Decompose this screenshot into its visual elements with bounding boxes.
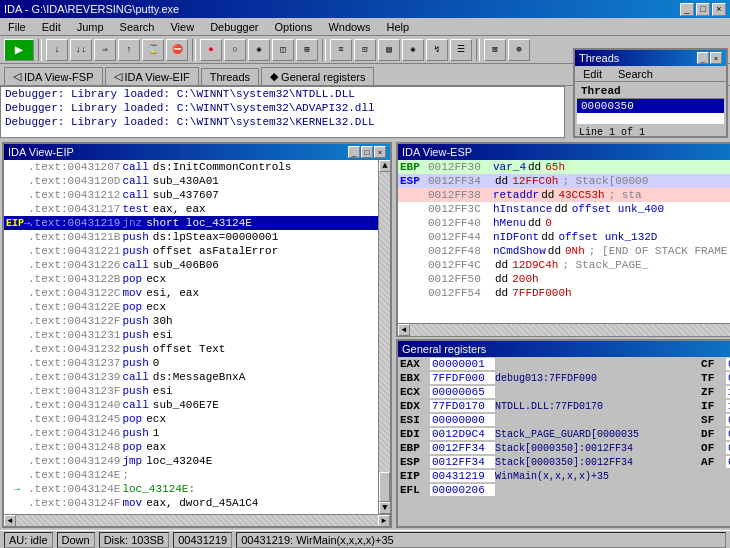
code-line-16: .text:0043123F push esi bbox=[4, 384, 378, 398]
eip-title: IDA View-EIP bbox=[8, 146, 74, 158]
eip-scrollbar[interactable]: ▲ ▼ bbox=[378, 160, 390, 514]
toolbar-step5[interactable]: ⌛ bbox=[142, 39, 164, 61]
status-addr: 00431219 bbox=[173, 532, 232, 548]
eip-panel-body: .text:00431207 call ds:InitCommonControl… bbox=[4, 160, 390, 526]
app-title: IDA - G:\IDA\REVERSING\putty.exe bbox=[4, 3, 179, 15]
code-line-14: .text:00431237 push 0 bbox=[4, 356, 378, 370]
tab-threads[interactable]: Threads bbox=[201, 68, 259, 85]
code-line-9: .text:0043122C mov esi, eax bbox=[4, 286, 378, 300]
toolbar-bp5[interactable]: ⊞ bbox=[296, 39, 318, 61]
menu-file[interactable]: File bbox=[4, 20, 30, 34]
tab-eif-icon: ◁ bbox=[114, 70, 122, 83]
esp-marker: ESP bbox=[400, 175, 428, 187]
menu-wndows[interactable]: Wndows bbox=[324, 20, 374, 34]
esp-line-4: 0012FF40 hMenu dd 0 bbox=[398, 216, 730, 230]
code-line-19: .text:00431246 push 1 bbox=[4, 426, 378, 440]
toolbar-sep-3 bbox=[322, 39, 326, 61]
flag-zf: ZF 1 bbox=[699, 385, 730, 399]
code-line-8: .text:0043122B pop ecx bbox=[4, 272, 378, 286]
toolbar-misc2[interactable]: ⊡ bbox=[354, 39, 376, 61]
minimize-button[interactable]: _ bbox=[680, 3, 694, 16]
toolbar-bp3[interactable]: ◈ bbox=[248, 39, 270, 61]
menu-view[interactable]: View bbox=[166, 20, 198, 34]
toolbar-step4[interactable]: ↑ bbox=[118, 39, 140, 61]
ida-view-eip-panel: IDA View-EIP _ □ × .text:00431207 call d… bbox=[2, 142, 392, 528]
tab-gr-icon: ◆ bbox=[270, 70, 278, 83]
toolbar-misc5[interactable]: ↯ bbox=[426, 39, 448, 61]
eip-scroll-thumb[interactable] bbox=[379, 472, 390, 502]
toolbar-misc1[interactable]: ≡ bbox=[330, 39, 352, 61]
right-panels: IDA View-ESP _ □ × EBP 0012FF30 var_4 dd… bbox=[396, 142, 730, 528]
menu-debugger[interactable]: Debugger bbox=[206, 20, 262, 34]
menu-edit[interactable]: Edit bbox=[38, 20, 65, 34]
tab-general-registers[interactable]: ◆ General registers bbox=[261, 67, 374, 85]
esp-line-esp: ESP 0012FF34 dd 12FFC0h ; Stack[00000 bbox=[398, 174, 730, 188]
eip-scroll-track bbox=[379, 172, 390, 472]
toolbar-play[interactable]: ▶ bbox=[4, 39, 34, 61]
esp-h-scrollbar[interactable]: ◄ ► bbox=[398, 323, 730, 335]
flag-af: AF 0 bbox=[699, 455, 730, 469]
toolbar-extra2[interactable]: ⊛ bbox=[508, 39, 530, 61]
threads-title: Threads bbox=[579, 52, 619, 64]
menu-search[interactable]: Search bbox=[116, 20, 159, 34]
eip-h-scrollbar[interactable]: ◄ ► bbox=[4, 514, 390, 526]
reg-edx: EDX 77FD0170 NTDLL.DLL:77FD0170 bbox=[398, 399, 697, 413]
toolbar-extra1[interactable]: ⊠ bbox=[484, 39, 506, 61]
toolbar-misc3[interactable]: ▤ bbox=[378, 39, 400, 61]
title-bar-buttons: _ □ × bbox=[680, 3, 726, 16]
toolbar-sep-2 bbox=[192, 39, 196, 61]
status-direction: Down bbox=[57, 532, 95, 548]
toolbar-misc4[interactable]: ◈ bbox=[402, 39, 424, 61]
toolbar-step1[interactable]: ↓ bbox=[46, 39, 68, 61]
esp-line-6: 0012FF48 nCmdShow dd 0Nh ; [END OF STACK… bbox=[398, 244, 730, 258]
threads-menu-edit[interactable]: Edit bbox=[579, 67, 606, 81]
eip-scroll-down[interactable]: ▼ bbox=[379, 502, 390, 514]
esp-line-9: 0012FF54 dd 7FFDF000h bbox=[398, 286, 730, 300]
menu-jump[interactable]: Jump bbox=[73, 20, 108, 34]
flag-sf: SF 0 bbox=[699, 413, 730, 427]
title-bar: IDA - G:\IDA\REVERSING\putty.exe _ □ × bbox=[0, 0, 730, 18]
code-line-13: .text:00431232 push offset Text bbox=[4, 342, 378, 356]
debug-line-3: Debugger: Library loaded: C:\WINNT\syste… bbox=[5, 116, 560, 130]
threads-minimize[interactable]: _ bbox=[697, 52, 709, 64]
toolbar-step6[interactable]: ⛔ bbox=[166, 39, 188, 61]
maximize-button[interactable]: □ bbox=[696, 3, 710, 16]
threads-status: Line 1 of 1 bbox=[575, 126, 726, 139]
reg-left-col: EAX 00000001 EBX 7FFDF000 debug013:7FFDF… bbox=[398, 357, 697, 526]
reg-ebp: EBP 0012FF34 Stack[0000350]:0012FF34 bbox=[398, 441, 697, 455]
threads-menu-search[interactable]: Search bbox=[614, 67, 657, 81]
close-button[interactable]: × bbox=[712, 3, 726, 16]
esp-hscroll-left[interactable]: ◄ bbox=[398, 324, 410, 336]
reg-edi: EDI 0012D9C4 Stack_PAGE_GUARD[0000035 bbox=[398, 427, 697, 441]
esp-line-5: 0012FF44 nIDFont dd offset unk_132D bbox=[398, 230, 730, 244]
toolbar-bp2[interactable]: ○ bbox=[224, 39, 246, 61]
code-line-11: .text:0043122F push 30h bbox=[4, 314, 378, 328]
esp-line-7: 0012FF4C dd 12D9C4h ; Stack_PAGE_ bbox=[398, 258, 730, 272]
toolbar-bp4[interactable]: ◫ bbox=[272, 39, 294, 61]
eip-hscroll-left[interactable]: ◄ bbox=[4, 515, 16, 527]
thread-row[interactable]: 00000350 bbox=[577, 99, 724, 113]
debug-line-1: Debugger: Library loaded: C:\WINNT\syste… bbox=[5, 88, 560, 102]
threads-close[interactable]: × bbox=[710, 52, 722, 64]
toolbar-misc6[interactable]: ☰ bbox=[450, 39, 472, 61]
code-line-10: .text:0043122E pop ecx bbox=[4, 300, 378, 314]
code-line-24: .text:0043124F mov eax, dword_45A1C4 bbox=[4, 496, 378, 510]
menu-options[interactable]: Options bbox=[270, 20, 316, 34]
threads-header: Thread bbox=[577, 84, 724, 99]
status-mode: AU: idle bbox=[4, 532, 53, 548]
toolbar-bp1[interactable]: ● bbox=[200, 39, 222, 61]
toolbar-step2[interactable]: ↓↓ bbox=[70, 39, 92, 61]
menu-help[interactable]: Help bbox=[383, 20, 414, 34]
tab-ida-fsp[interactable]: ◁ IDA View-FSP bbox=[4, 67, 103, 85]
tab-ida-eif[interactable]: ◁ IDA View-EIF bbox=[105, 67, 199, 85]
eip-scroll-up[interactable]: ▲ bbox=[379, 160, 390, 172]
code-line-12: .text:00431231 push esi bbox=[4, 328, 378, 342]
eip-maximize[interactable]: □ bbox=[361, 146, 373, 158]
eip-minimize[interactable]: _ bbox=[348, 146, 360, 158]
eip-close[interactable]: × bbox=[374, 146, 386, 158]
eip-body: .text:00431207 call ds:InitCommonControl… bbox=[4, 160, 390, 514]
flag-df: DF 0 bbox=[699, 427, 730, 441]
toolbar-step3[interactable]: ⇒ bbox=[94, 39, 116, 61]
eip-hscroll-track bbox=[16, 515, 378, 527]
eip-hscroll-right[interactable]: ► bbox=[378, 515, 390, 527]
